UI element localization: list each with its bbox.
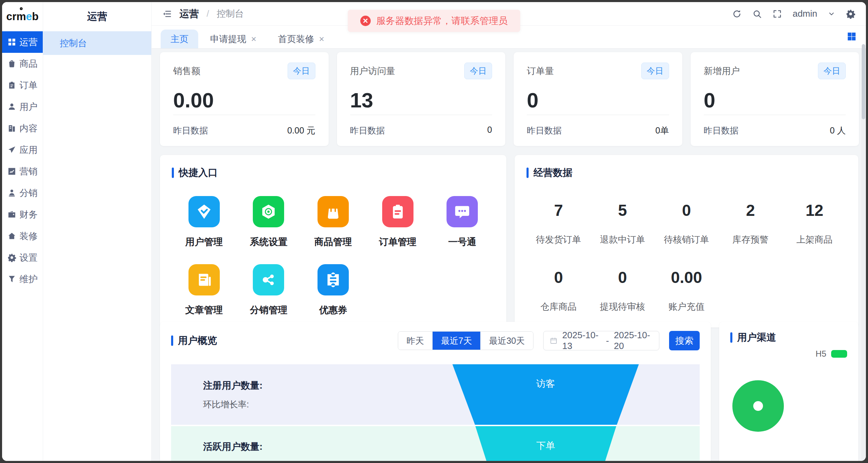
business-row-1: 7待发货订单 5退款中订单 0待核销订单 2库存预警 12上架商品 [527,201,846,246]
main-area: 运营 / 控制台 admin 主页 申请提现× 首页装修× 销售额今日 [152,2,866,461]
biz-stat-pending-verification: 0待核销订单 [654,201,718,246]
quick-entry-distribution-management[interactable]: 分销管理 [250,264,287,316]
quick-entry-grid: 用户管理 系统设置 商品管理 [172,196,495,316]
submenu-item-console[interactable]: 控制台 [43,31,151,55]
business-row-2: 0仓库商品 0提现待审核 0.00账户充值 [527,268,846,313]
search-button[interactable]: 搜索 [669,331,700,350]
layout-grid-icon[interactable] [846,31,857,42]
book-icon [7,124,16,133]
shopping-bag-icon [318,196,349,227]
business-data-title: 经营数据 [527,166,846,179]
quick-entry-user-management[interactable]: 用户管理 [185,196,223,248]
sidebar-item-operations[interactable]: 运营 [2,31,43,53]
home-icon [7,232,16,241]
diamond-check-icon [188,196,220,227]
yesterday-value: 0 人 [830,125,846,136]
quick-entry-article-management[interactable]: 文章管理 [185,264,223,316]
collapse-menu-icon[interactable] [162,9,172,19]
quick-entry-order-management[interactable]: 订单管理 [379,196,417,248]
date-start: 2025-10-13 [562,330,601,351]
stat-card-sales: 销售额今日 0.00 昨日数据0.00 元 [160,52,329,146]
sidebar-item-settings[interactable]: 设置 [2,247,43,268]
close-icon[interactable]: × [319,34,324,43]
stat-title: 新增用户 [704,65,740,77]
search-icon[interactable] [752,9,762,19]
bag-icon [7,59,16,68]
funnel-icon [7,275,16,284]
fullscreen-icon[interactable] [772,9,782,19]
legend-swatch [831,350,847,358]
sidebar-item-maintenance[interactable]: 维护 [2,268,43,290]
biz-stat-account-recharge: 0.00账户充值 [654,268,718,313]
user-overview-title: 用户概览 [171,334,217,347]
quick-entry-yihaotong[interactable]: 一号通 [447,196,478,248]
growth-label: 环比增长率: [203,460,700,461]
sidebar-item-decoration[interactable]: 装修 [2,225,43,247]
funnel-chart: 注册用户数量: 环比增长率: 访客 活跃用户数量: 环比增长率: 下单 [171,364,700,461]
today-badge: 今日 [818,63,846,79]
sidebar-item-marketing[interactable]: 营销 [2,161,43,182]
hex-nut-icon [253,196,284,227]
bottom-row: 用户概览 昨天 最近7天 最近30天 2025-10-13 - [160,322,859,461]
username[interactable]: admin [793,8,817,19]
quick-entry-system-settings[interactable]: 系统设置 [250,196,287,248]
error-toast: ✕ 服务器数据异常，请联系管理员 [348,10,520,32]
sidebar-item-content[interactable]: 内容 [2,117,43,139]
logo-accent: e [26,10,32,23]
tab-withdrawal[interactable]: 申请提现× [200,30,266,48]
paper-plane-icon [7,145,16,154]
close-icon[interactable]: × [251,34,256,43]
breadcrumb-current: 控制台 [217,8,244,20]
chevron-down-icon[interactable] [828,10,835,18]
grid-icon [7,38,16,47]
business-data-card: 经营数据 7待发货订单 5退款中订单 0待核销订单 2库存预警 12上架商品 0… [515,155,858,327]
filter-last7days-button[interactable]: 最近7天 [433,332,481,350]
date-filter-group: 昨天 最近7天 最近30天 [398,331,533,350]
filter-yesterday-button[interactable]: 昨天 [398,332,433,350]
logo-text: cr [6,10,16,23]
clipboard-icon [7,81,16,90]
today-badge: 今日 [464,63,492,79]
biz-stat-pending-shipment: 7待发货订单 [527,201,590,246]
stat-value: 0 [527,88,669,112]
biz-stat-refunding: 5退款中订单 [590,201,654,246]
chart-icon [7,167,16,176]
submenu-panel: 运营 控制台 [43,2,152,461]
tab-homepage-decoration[interactable]: 首页装修× [268,30,334,48]
filter-last30days-button[interactable]: 最近30天 [481,332,533,350]
yesterday-label: 昨日数据 [350,125,385,136]
quick-entry-coupons[interactable]: 优惠券 [318,264,349,316]
yesterday-label: 昨日数据 [173,125,208,136]
calendar-icon [550,336,557,345]
yesterday-value: 0 [487,125,492,136]
gear-icon[interactable] [846,9,855,19]
yesterday-label: 昨日数据 [704,125,739,136]
sidebar-item-products[interactable]: 商品 [2,53,43,74]
biz-stat-stock-warning: 2库存预警 [718,201,782,246]
wallet-icon [7,210,16,219]
date-range-input[interactable]: 2025-10-13 - 2025-10-20 [543,331,659,350]
stat-card-new-users: 新增用户今日 0 昨日数据0 人 [691,52,859,146]
app-window: crmeb 运营 商品 订单 用户 内容 应用 营销 [2,2,866,461]
date-end: 2025-10-20 [614,330,653,351]
today-badge: 今日 [641,63,669,79]
sidebar-item-distribution[interactable]: 分销 [2,182,43,204]
legend-label: H5 [815,349,826,359]
biz-stat-on-sale: 12上架商品 [782,201,846,246]
scrollbar-thumb[interactable] [862,44,865,119]
sidebar-item-users[interactable]: 用户 [2,96,43,117]
biz-stat-withdraw-review: 0提现待审核 [590,268,654,313]
biz-stat-warehouse: 0仓库商品 [527,268,590,313]
quick-entry-product-management[interactable]: 商品管理 [314,196,352,248]
tab-home[interactable]: 主页 [161,30,198,48]
sidebar-item-apps[interactable]: 应用 [2,139,43,161]
stat-card-visits: 用户访问量今日 13 昨日数据0 [337,52,506,146]
sidebar-item-orders[interactable]: 订单 [2,74,43,96]
quick-entry-card: 快捷入口 用户管理 系统设置 [160,155,506,327]
sidebar-item-finance[interactable]: 财务 [2,204,43,225]
refresh-icon[interactable] [732,9,742,19]
user-channel-title: 用户渠道 [730,331,847,344]
person-icon [7,188,16,197]
gear-icon [7,253,16,262]
breadcrumb-root[interactable]: 运营 [179,7,199,21]
